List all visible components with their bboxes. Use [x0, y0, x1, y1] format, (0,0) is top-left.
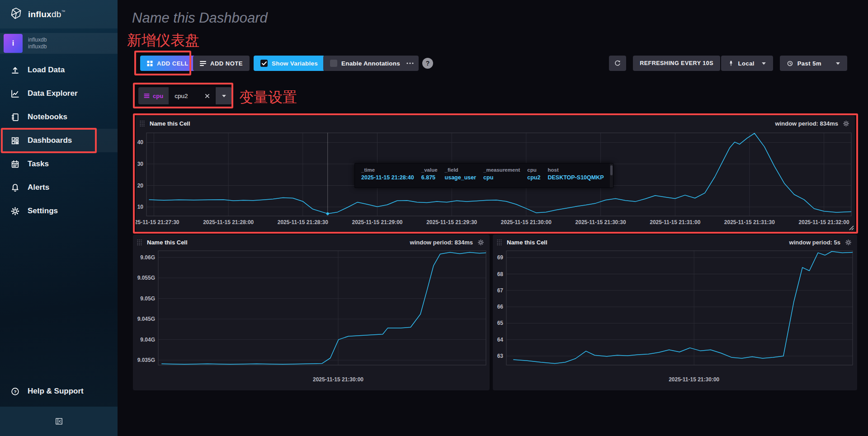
timezone-label: Local	[738, 60, 755, 67]
sidebar-item-label: Alerts	[28, 183, 49, 192]
refreshing-label: REFRESHING EVERY 10S	[640, 60, 713, 66]
line-chart-value[interactable]: 636465666768692025-11-15 21:30:00	[493, 250, 857, 390]
svg-text:2025-11-15 21:28:30: 2025-11-15 21:28:30	[278, 219, 328, 225]
show-variables-toggle[interactable]: Show Variables	[254, 56, 325, 71]
show-variables-label: Show Variables	[272, 60, 318, 67]
svg-text:2025-11-15 21:27:30: 2025-11-15 21:27:30	[136, 219, 179, 225]
variable-name-chip[interactable]: cpu	[138, 87, 169, 104]
svg-text:9.045G: 9.045G	[137, 316, 155, 322]
influxdb-logo[interactable]: influxdb™	[0, 0, 118, 28]
svg-text:30: 30	[137, 161, 144, 167]
refresh-button[interactable]	[609, 56, 626, 71]
sidebar-item-label: Data Explorer	[28, 89, 78, 98]
annotation-text-variable-settings: 变量设置	[239, 88, 297, 108]
tooltip-column: _measurementcpu	[483, 167, 520, 184]
svg-text:9.05G: 9.05G	[140, 295, 155, 302]
org-switcher[interactable]: i influxdb influxdb	[0, 33, 118, 54]
cell-gear-icon[interactable]	[843, 120, 849, 127]
enable-annotations-toggle[interactable]: Enable Annotations	[323, 56, 407, 71]
cell-gear-icon[interactable]	[845, 239, 852, 246]
svg-text:10: 10	[137, 204, 144, 210]
svg-text:2025-11-15 21:30:30: 2025-11-15 21:30:30	[576, 219, 626, 225]
sidebar-item-settings[interactable]: Settings	[0, 199, 118, 223]
add-cell-grid-icon	[147, 61, 153, 66]
sidebar-item-data-explorer[interactable]: Data Explorer	[0, 82, 118, 105]
time-range-dropdown[interactable]: Past 5m	[780, 56, 847, 71]
clock-icon	[787, 60, 793, 67]
hamburger-icon	[144, 93, 150, 98]
checkbox-unchecked-icon	[330, 60, 337, 67]
tooltip-column: cpucpu2	[527, 167, 540, 184]
sidebar-item-dashboards[interactable]: Dashboards	[0, 129, 118, 152]
drag-handle-icon[interactable]	[137, 239, 142, 246]
refreshing-interval-button[interactable]: REFRESHING EVERY 10S	[633, 56, 720, 71]
svg-text:9.055G: 9.055G	[137, 275, 155, 281]
enable-annotations-label: Enable Annotations	[341, 60, 400, 67]
help-button[interactable]: ?	[422, 58, 433, 69]
dashboard-title[interactable]: Name this Dashboard	[132, 10, 268, 26]
resize-handle-icon[interactable]	[848, 224, 854, 230]
sidebar-item-load-data[interactable]: Load Data	[0, 58, 118, 82]
cell-title[interactable]: Name this Cell	[150, 120, 190, 127]
sidebar-item-label: Notebooks	[28, 113, 67, 122]
gear-icon	[10, 206, 20, 216]
chevron-down-icon	[835, 62, 840, 65]
graph-icon	[10, 89, 20, 98]
sidebar-item-label: Help & Support	[28, 387, 84, 396]
collapse-sidebar-icon[interactable]	[55, 417, 63, 426]
time-range-label: Past 5m	[797, 60, 821, 67]
svg-text:2025-11-15 21:31:00: 2025-11-15 21:31:00	[650, 219, 700, 225]
variable-value-text: cpu2	[175, 93, 188, 99]
cell-header: Name this Cell window period: 834ms	[133, 234, 490, 250]
svg-text:9.04G: 9.04G	[140, 337, 155, 343]
close-icon[interactable]	[204, 93, 210, 99]
hover-tooltip: _time2025-11-15 21:28:40 _value6.875 _fi…	[354, 163, 613, 188]
svg-text:65: 65	[497, 320, 504, 326]
add-cell-label: ADD CELL	[157, 60, 189, 67]
drag-handle-icon[interactable]	[139, 120, 145, 127]
cell-title[interactable]: Name this Cell	[147, 239, 188, 246]
question-icon: ?	[426, 60, 430, 67]
cell-header: Name this Cell window period: 5s	[493, 234, 857, 250]
variable-name-label: cpu	[153, 93, 163, 99]
cell-title[interactable]: Name this Cell	[507, 239, 547, 246]
sidebar-item-help-support[interactable]: ? Help & Support	[0, 380, 118, 403]
sidebar-item-label: Load Data	[28, 66, 65, 75]
sidebar: influxdb™ i influxdb influxdb Load Data …	[0, 0, 118, 436]
tooltip-column: hostDESKTOP-S10QMKP	[547, 167, 604, 184]
svg-text:2025-11-15 21:31:30: 2025-11-15 21:31:30	[724, 219, 775, 225]
org-avatar: i	[4, 34, 23, 53]
sidebar-item-tasks[interactable]: Tasks	[0, 152, 118, 176]
line-chart-memory[interactable]: 9.035G9.04G9.045G9.05G9.055G9.06G2025-11…	[133, 250, 490, 390]
sidebar-item-label: Tasks	[28, 159, 49, 169]
variable-dropdown-toggle[interactable]	[216, 87, 232, 104]
cell-gear-icon[interactable]	[477, 239, 484, 246]
annotation-text-add-dashboard: 新增仪表盘	[127, 31, 199, 51]
add-note-label: ADD NOTE	[210, 60, 243, 67]
add-note-button[interactable]: ADD NOTE	[193, 56, 250, 71]
window-period-badge: window period: 5s	[789, 239, 840, 246]
tooltip-column: _time2025-11-15 21:28:40	[361, 167, 414, 184]
add-cell-button[interactable]: ADD CELL	[140, 56, 195, 71]
chevron-down-icon	[222, 94, 226, 98]
tooltip-scrollbar[interactable]	[610, 164, 613, 188]
calendar-icon	[10, 159, 20, 169]
more-options-button[interactable]	[401, 56, 419, 71]
sidebar-footer	[0, 407, 118, 436]
checkbox-checked-icon	[260, 60, 268, 67]
tooltip-column: _value6.875	[421, 167, 438, 184]
svg-text:2025-11-15 21:30:00: 2025-11-15 21:30:00	[501, 219, 552, 225]
variable-value-input[interactable]: cpu2	[169, 87, 215, 104]
drag-handle-icon[interactable]	[496, 239, 502, 246]
refresh-icon	[614, 60, 621, 67]
note-lines-icon	[200, 61, 206, 66]
sidebar-item-alerts[interactable]: Alerts	[0, 176, 118, 199]
svg-text:2025-11-15 21:32:00: 2025-11-15 21:32:00	[799, 219, 849, 225]
svg-text:2025-11-15 21:30:00: 2025-11-15 21:30:00	[669, 376, 719, 383]
timezone-dropdown[interactable]: Local	[721, 56, 773, 71]
sidebar-item-label: Dashboards	[28, 136, 72, 145]
org-name: influxdb influxdb	[28, 37, 47, 50]
pin-icon	[728, 60, 734, 67]
window-period-badge: window period: 834ms	[410, 239, 473, 246]
sidebar-item-notebooks[interactable]: Notebooks	[0, 105, 118, 129]
